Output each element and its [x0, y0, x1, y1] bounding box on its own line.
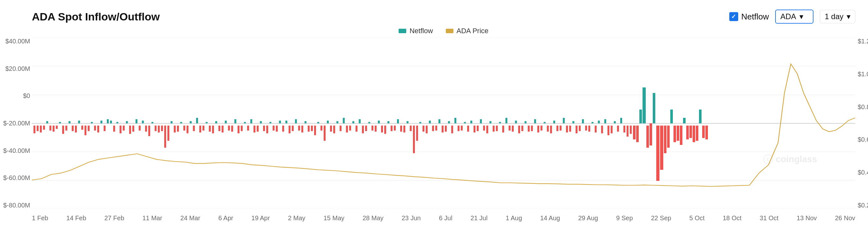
svg-rect-103 — [340, 126, 342, 131]
svg-rect-82 — [273, 126, 275, 131]
svg-rect-166 — [540, 126, 542, 131]
svg-rect-159 — [518, 126, 520, 133]
svg-rect-33 — [116, 122, 118, 123]
x-label-22 Sep: 22 Sep — [651, 215, 671, 222]
y-left-label-1: $40.00M — [5, 38, 30, 45]
svg-rect-87 — [288, 126, 290, 133]
svg-rect-172 — [560, 126, 562, 131]
svg-rect-204 — [664, 126, 666, 153]
legend-ada-price-label: ADA Price — [457, 27, 489, 35]
svg-rect-215 — [699, 109, 702, 123]
svg-rect-24 — [88, 126, 90, 131]
svg-rect-102 — [336, 121, 338, 123]
svg-rect-171 — [556, 126, 558, 131]
svg-rect-18 — [68, 121, 70, 123]
svg-rect-58 — [196, 118, 198, 123]
svg-rect-104 — [343, 118, 345, 123]
ada-dropdown-value: ADA — [780, 12, 796, 21]
svg-rect-209 — [680, 126, 682, 145]
svg-rect-97 — [320, 126, 322, 131]
svg-rect-189 — [614, 121, 616, 123]
y-right-label-1: $1.20 — [858, 38, 868, 45]
svg-rect-29 — [104, 126, 105, 131]
svg-rect-184 — [598, 121, 600, 123]
svg-rect-20 — [75, 126, 77, 133]
svg-rect-164 — [534, 119, 536, 123]
x-label-15 May: 15 May — [323, 215, 344, 222]
svg-rect-183 — [595, 126, 597, 133]
y-left-label-7: $-80.00M — [3, 202, 30, 209]
svg-rect-182 — [592, 122, 593, 123]
svg-rect-131 — [429, 121, 431, 123]
svg-rect-188 — [611, 126, 613, 133]
svg-rect-25 — [91, 122, 93, 123]
header-controls: Netflow ADA ▾ 1 day ▾ — [729, 9, 855, 24]
x-label-14 Feb: 14 Feb — [66, 215, 86, 222]
svg-rect-190 — [617, 126, 619, 132]
ada-dropdown[interactable]: ADA ▾ — [775, 9, 813, 24]
svg-rect-125 — [410, 126, 412, 131]
chart-svg — [32, 38, 855, 209]
svg-rect-206 — [670, 109, 673, 123]
svg-rect-169 — [550, 126, 552, 133]
svg-rect-202 — [656, 126, 659, 181]
legend-netflow-label: Netflow — [409, 27, 433, 35]
y-right-label-4: $0.6000 — [858, 136, 868, 143]
x-label-14 Aug: 14 Aug — [540, 215, 560, 222]
svg-rect-63 — [212, 126, 214, 133]
svg-rect-64 — [215, 121, 217, 123]
svg-rect-112 — [368, 122, 370, 123]
x-label-27 Feb: 27 Feb — [104, 215, 124, 222]
svg-rect-21 — [78, 121, 80, 123]
svg-rect-101 — [333, 126, 335, 133]
svg-rect-207 — [674, 126, 676, 142]
x-label-31 Oct: 31 Oct — [760, 215, 778, 222]
svg-rect-17 — [65, 126, 67, 131]
svg-rect-158 — [515, 121, 517, 123]
svg-rect-56 — [190, 121, 192, 123]
svg-rect-12 — [50, 126, 51, 131]
svg-rect-108 — [355, 126, 358, 132]
x-label-26 Nov: 26 Nov — [835, 215, 855, 222]
svg-rect-208 — [677, 126, 679, 141]
y-left-label-5: $-40.00M — [3, 147, 30, 155]
svg-rect-187 — [608, 126, 609, 135]
svg-rect-144 — [470, 121, 472, 123]
svg-rect-133 — [435, 126, 437, 131]
svg-rect-156 — [508, 126, 510, 131]
netflow-checkbox[interactable] — [729, 12, 738, 21]
svg-rect-181 — [588, 126, 590, 132]
svg-rect-68 — [228, 126, 230, 131]
svg-rect-200 — [650, 123, 652, 145]
svg-rect-70 — [235, 119, 236, 123]
svg-rect-51 — [174, 126, 176, 133]
svg-rect-122 — [400, 126, 402, 132]
svg-rect-128 — [419, 122, 421, 123]
svg-rect-139 — [455, 118, 456, 123]
x-label-1 Feb: 1 Feb — [32, 215, 48, 222]
netflow-checkbox-label: Netflow — [741, 12, 769, 22]
svg-rect-137 — [448, 121, 450, 123]
svg-rect-55 — [187, 126, 188, 133]
svg-rect-205 — [667, 126, 670, 147]
svg-rect-10 — [43, 126, 45, 130]
x-label-19 Apr: 19 Apr — [251, 215, 270, 222]
svg-rect-126 — [413, 126, 415, 153]
y-right-label-2: $1.00 — [858, 71, 868, 78]
x-label-9 Sep: 9 Sep — [616, 215, 633, 222]
svg-rect-191 — [620, 118, 622, 123]
svg-rect-147 — [480, 119, 482, 123]
svg-rect-105 — [346, 126, 348, 133]
svg-rect-213 — [693, 126, 695, 142]
svg-rect-150 — [490, 121, 491, 123]
svg-rect-74 — [247, 126, 249, 131]
svg-rect-141 — [461, 126, 463, 131]
timeframe-dropdown[interactable]: 1 day ▾ — [820, 10, 855, 23]
svg-rect-94 — [311, 126, 313, 131]
svg-rect-121 — [397, 119, 399, 123]
svg-rect-22 — [81, 126, 83, 130]
svg-rect-7 — [33, 126, 35, 133]
svg-rect-216 — [702, 126, 705, 138]
svg-rect-42 — [145, 126, 147, 132]
svg-rect-167 — [544, 122, 546, 123]
